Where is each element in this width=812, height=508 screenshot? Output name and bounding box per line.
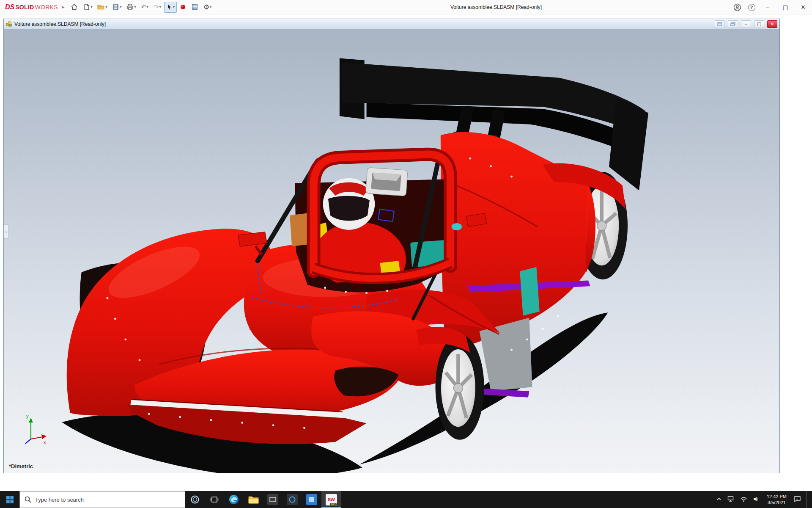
feature-panel-collapse-arrow[interactable]: ‹: [4, 224, 8, 239]
new-document-button[interactable]: ▾: [81, 2, 94, 13]
search-icon: [25, 496, 31, 503]
search-input[interactable]: [35, 497, 180, 503]
restore-icon: ▢: [757, 21, 761, 27]
windows-taskbar: SW 2021 12:42 PM 3/5/2021: [0, 491, 812, 508]
taskbar-clock[interactable]: 12:42 PM 3/5/2021: [765, 494, 788, 506]
3d-model-race-car: [4, 29, 779, 473]
open-folder-icon: [97, 3, 105, 11]
minimize-icon: –: [745, 22, 747, 27]
axis-y-label: y: [26, 414, 29, 419]
doc-minimize-button[interactable]: –: [741, 20, 751, 28]
photos-app-icon: [287, 494, 298, 505]
speaker-icon: [753, 496, 760, 502]
solidworks-logo: DS SOLIDWORKS: [0, 3, 61, 11]
rebuild-icon: [180, 4, 186, 10]
cascade-windows-icon: [730, 22, 735, 26]
action-center-icon: [794, 496, 801, 502]
network-tray-button[interactable]: [727, 496, 735, 503]
edge-button[interactable]: [224, 491, 244, 508]
document-title: Voiture assomblee.SLDASM [Read-only]: [14, 21, 712, 27]
options-button[interactable]: ⚙ ▾: [201, 2, 214, 13]
clock-time: 12:42 PM: [767, 494, 787, 500]
ds-logo: DS: [5, 3, 14, 11]
help-button[interactable]: ?: [744, 0, 759, 14]
blue-app-icon: [306, 494, 317, 505]
select-tool-button[interactable]: ▾: [164, 2, 177, 13]
graphics-viewport[interactable]: x y *Dimetric ‹: [4, 29, 779, 473]
window-pane-icon: [717, 22, 722, 26]
redo-button[interactable]: ↷ ▾: [151, 2, 163, 13]
volume-tray-button[interactable]: [753, 496, 760, 503]
doc-restore-button[interactable]: ▢: [754, 20, 764, 28]
file-explorer-button[interactable]: [244, 491, 263, 508]
dropdown-arrow-icon[interactable]: ▾: [210, 6, 211, 9]
network-icon: [727, 496, 735, 502]
solidworks-taskbar-button[interactable]: SW 2021: [321, 491, 341, 508]
app-close-button[interactable]: ×: [794, 0, 812, 14]
cortana-button[interactable]: [185, 491, 205, 508]
doc-pane-button[interactable]: [715, 20, 725, 28]
app-minimize-button[interactable]: –: [759, 0, 776, 14]
show-desktop-button[interactable]: [807, 491, 809, 508]
print-button[interactable]: ▾: [124, 2, 138, 13]
minimize-icon: –: [766, 4, 769, 11]
home-icon: [71, 3, 78, 11]
help-icon: ?: [748, 4, 755, 11]
orientation-triad: x y: [13, 413, 49, 448]
dropdown-arrow-icon[interactable]: ▾: [147, 6, 148, 9]
close-icon: ×: [771, 22, 774, 27]
titlebar-right-controls: ? – ▢ ×: [730, 0, 812, 14]
file-explorer-icon: [248, 495, 259, 504]
start-icon: [6, 496, 14, 503]
maximize-icon: ▢: [782, 4, 788, 11]
doc-new-window-button[interactable]: [728, 20, 738, 28]
wifi-icon: [740, 496, 747, 502]
tray-chevron-icon: [716, 496, 722, 502]
dark-app-icon: [267, 494, 278, 505]
tray-chevron-button[interactable]: [716, 496, 722, 503]
dropdown-arrow-icon[interactable]: ▾: [105, 6, 107, 9]
close-icon: ×: [801, 3, 806, 12]
main-toolbar: ▾ ▾ ▾ ▾ ↶ ▾ ↷ ▾ ▾: [69, 2, 214, 13]
task-view-icon: [210, 496, 219, 503]
rebuild-button[interactable]: [178, 2, 188, 13]
file-properties-icon: [191, 3, 198, 11]
edge-icon: [228, 494, 239, 505]
dropdown-arrow-icon[interactable]: ▾: [134, 6, 136, 9]
save-button[interactable]: ▾: [110, 2, 123, 13]
account-button[interactable]: [730, 0, 744, 14]
wifi-tray-button[interactable]: [740, 496, 747, 503]
new-document-icon: [83, 3, 90, 11]
solidworks-icon: SW 2021: [326, 494, 337, 505]
app-dark-window-button[interactable]: [263, 491, 283, 508]
taskbar-search[interactable]: [19, 491, 185, 508]
app-titlebar: DS SOLIDWORKS ▸ ▾ ▾ ▾ ▾ ↶ ▾ ↷ ▾: [0, 0, 812, 14]
app-photos-button[interactable]: [283, 491, 302, 508]
home-button[interactable]: [69, 2, 80, 13]
print-icon: [126, 3, 134, 11]
dropdown-arrow-icon[interactable]: ▾: [120, 6, 121, 9]
action-center-button[interactable]: [794, 496, 801, 504]
start-button[interactable]: [0, 491, 19, 508]
doc-close-button[interactable]: ×: [767, 20, 777, 28]
dropdown-arrow-icon[interactable]: ▾: [173, 6, 175, 9]
app-window-title: Voiture assomblee.SLDASM [Read-only]: [450, 0, 542, 14]
file-properties-button[interactable]: [189, 2, 200, 13]
open-button[interactable]: ▾: [95, 2, 109, 13]
menu-expand-arrow[interactable]: ▸: [62, 4, 65, 10]
dropdown-arrow-icon[interactable]: ▾: [159, 6, 161, 9]
app-blue-tile-button[interactable]: [302, 491, 321, 508]
undo-button[interactable]: ↶ ▾: [139, 2, 151, 13]
save-icon: [112, 3, 119, 11]
redo-icon: ↷: [154, 4, 159, 10]
document-titlebar[interactable]: Voiture assomblee.SLDASM [Read-only] – ▢…: [4, 19, 779, 29]
select-cursor-icon: [166, 4, 173, 11]
system-tray: 12:42 PM 3/5/2021: [713, 491, 812, 508]
task-view-button[interactable]: [205, 491, 224, 508]
dropdown-arrow-icon[interactable]: ▾: [91, 6, 92, 9]
undo-icon: ↶: [141, 4, 147, 10]
solidworks-year-badge: 2021: [330, 503, 338, 507]
clock-date: 3/5/2021: [767, 500, 787, 505]
app-maximize-button[interactable]: ▢: [776, 0, 794, 14]
chevron-left-icon: ‹: [5, 229, 7, 234]
